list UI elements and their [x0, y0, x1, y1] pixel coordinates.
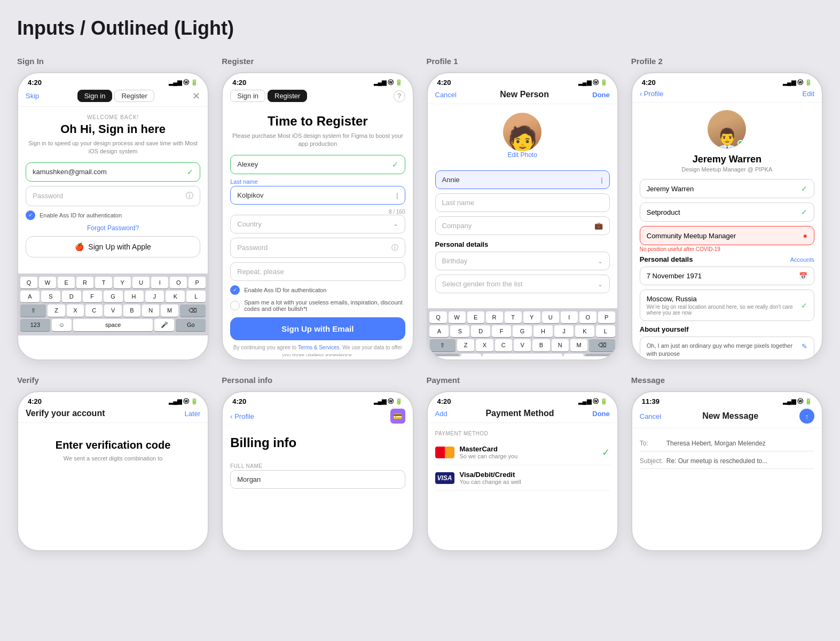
- p1-key-j[interactable]: J: [554, 325, 574, 337]
- lastname-field[interactable]: Kolpikov |: [230, 186, 405, 205]
- key-g[interactable]: G: [104, 291, 123, 302]
- p1-key-i[interactable]: I: [561, 311, 578, 323]
- password-field[interactable]: Password ⓘ: [26, 186, 200, 206]
- key-123[interactable]: 123: [20, 319, 50, 331]
- gender-dropdown[interactable]: Select gender from the list ⌄: [435, 275, 610, 293]
- key-n[interactable]: N: [142, 304, 159, 317]
- reg-enable-ass-checkbox[interactable]: ✓: [230, 285, 240, 295]
- p1-key-s[interactable]: S: [450, 325, 469, 337]
- apple-signin-button[interactable]: 🍎 Sign Up with Apple: [26, 236, 200, 257]
- profile1-lastname-field[interactable]: Last name: [435, 193, 610, 212]
- profile2-edit[interactable]: Edit: [803, 90, 814, 98]
- country-dropdown[interactable]: Country ⌄: [230, 215, 405, 233]
- location-field[interactable]: Moscow, Russia We're big on real locatio…: [640, 290, 814, 321]
- key-f[interactable]: F: [83, 291, 102, 302]
- signin-skip[interactable]: Skip: [26, 92, 39, 100]
- verify-later[interactable]: Later: [185, 410, 201, 418]
- profile1-cancel[interactable]: Cancel: [435, 91, 457, 99]
- key-s[interactable]: S: [41, 291, 60, 302]
- key-r[interactable]: R: [76, 277, 93, 288]
- key-o[interactable]: O: [170, 277, 187, 288]
- p1-key-a[interactable]: A: [429, 325, 449, 337]
- p1-key-c[interactable]: C: [495, 339, 512, 351]
- key-i[interactable]: I: [151, 277, 168, 288]
- reg-repeat-field[interactable]: Repeat, please: [230, 262, 405, 281]
- key-v[interactable]: V: [104, 304, 121, 317]
- forgot-password-link[interactable]: Forgot Password?: [26, 224, 200, 232]
- message-cancel[interactable]: Cancel: [640, 412, 661, 420]
- key-emoji[interactable]: ☺: [52, 319, 72, 331]
- subject-field[interactable]: Subject: Re: Our meetup is rescheduled t…: [640, 454, 814, 469]
- reg-tab-register[interactable]: Register: [268, 90, 307, 102]
- terms-link[interactable]: Terms & Services: [298, 345, 340, 350]
- key-t[interactable]: T: [95, 277, 112, 288]
- key-go[interactable]: Go: [176, 319, 206, 331]
- reg-password-field[interactable]: Password ⓘ: [230, 238, 405, 258]
- key-b[interactable]: B: [123, 304, 140, 317]
- p1-key-z[interactable]: Z: [457, 339, 474, 351]
- p1-key-y[interactable]: Y: [523, 311, 540, 323]
- fullname-field[interactable]: Morgan: [230, 470, 405, 489]
- key-l[interactable]: L: [186, 291, 206, 302]
- p1-key-o[interactable]: O: [579, 311, 596, 323]
- birthday-dropdown[interactable]: Birthday ⌄: [435, 252, 610, 270]
- p1-key-n[interactable]: N: [552, 339, 569, 351]
- p1-key-u[interactable]: U: [542, 311, 559, 323]
- p1-key-x[interactable]: X: [476, 339, 493, 351]
- key-x[interactable]: X: [67, 304, 84, 317]
- p1-key-t[interactable]: T: [505, 311, 522, 323]
- edit-icon[interactable]: ✎: [802, 342, 807, 351]
- reg-tab-signin[interactable]: Sign in: [230, 90, 265, 102]
- p1-key-space[interactable]: space: [483, 354, 562, 356]
- p1-key-emoji[interactable]: ☺: [461, 354, 481, 356]
- p1-key-mic[interactable]: 🎤: [564, 354, 584, 356]
- key-d[interactable]: D: [62, 291, 81, 302]
- key-y[interactable]: Y: [114, 277, 131, 288]
- mastercard-row[interactable]: MasterCard So we can charge you ✓: [435, 440, 610, 465]
- birthday-field[interactable]: 7 November 1971 📅: [640, 267, 814, 285]
- to-field[interactable]: To: Theresa Hebert, Morgan Melendez: [640, 436, 814, 451]
- profile2-field1[interactable]: Jeremy Warren ✓: [640, 179, 814, 198]
- payment-add[interactable]: Add: [435, 410, 448, 418]
- key-p[interactable]: P: [189, 277, 206, 288]
- accounts-link[interactable]: Accounts: [790, 256, 814, 263]
- signin-tab-register[interactable]: Register: [114, 90, 154, 102]
- key-z[interactable]: Z: [48, 304, 65, 317]
- email-field[interactable]: kamushken@gmail.com ✓: [26, 162, 200, 182]
- p1-key-w[interactable]: W: [449, 311, 466, 323]
- key-shift[interactable]: ⇧: [20, 304, 46, 317]
- payment-done[interactable]: Done: [592, 410, 610, 418]
- p1-key-v[interactable]: V: [514, 339, 531, 351]
- key-m[interactable]: M: [161, 304, 178, 317]
- spam-checkbox[interactable]: [230, 301, 240, 310]
- key-mic[interactable]: 🎤: [154, 319, 174, 331]
- key-h[interactable]: H: [124, 291, 144, 302]
- p1-key-go[interactable]: Go: [585, 354, 615, 356]
- p1-key-b[interactable]: B: [532, 339, 549, 351]
- p1-key-m[interactable]: M: [570, 339, 587, 351]
- profile2-back[interactable]: ‹ Profile: [640, 90, 664, 98]
- profile1-avatar[interactable]: [503, 113, 541, 151]
- key-u[interactable]: U: [132, 277, 150, 288]
- key-a[interactable]: A: [20, 291, 40, 302]
- key-c[interactable]: C: [85, 304, 103, 317]
- p1-key-r[interactable]: R: [486, 311, 503, 323]
- key-e[interactable]: E: [58, 277, 75, 288]
- key-q[interactable]: Q: [20, 277, 37, 288]
- profile1-firstname-field[interactable]: Annie |: [435, 170, 610, 189]
- personal-info-back[interactable]: ‹ Profile: [230, 412, 254, 420]
- help-icon[interactable]: ?: [394, 90, 405, 102]
- signin-close-icon[interactable]: ✕: [192, 90, 200, 102]
- p1-key-f[interactable]: F: [492, 325, 511, 337]
- profile2-avatar[interactable]: [708, 110, 746, 148]
- key-k[interactable]: K: [166, 291, 185, 302]
- about-field[interactable]: Oh, I am just an ordinary guy who merge …: [640, 337, 814, 356]
- profile1-done[interactable]: Done: [592, 91, 610, 99]
- p1-key-q[interactable]: Q: [429, 311, 446, 323]
- p1-key-shift[interactable]: ⇧: [430, 339, 456, 351]
- key-j[interactable]: J: [145, 291, 164, 302]
- p1-key-k[interactable]: K: [575, 325, 594, 337]
- key-delete[interactable]: ⌫: [180, 304, 206, 317]
- send-button[interactable]: ↑: [799, 409, 814, 424]
- edit-photo-label[interactable]: Edit Photo: [428, 151, 617, 159]
